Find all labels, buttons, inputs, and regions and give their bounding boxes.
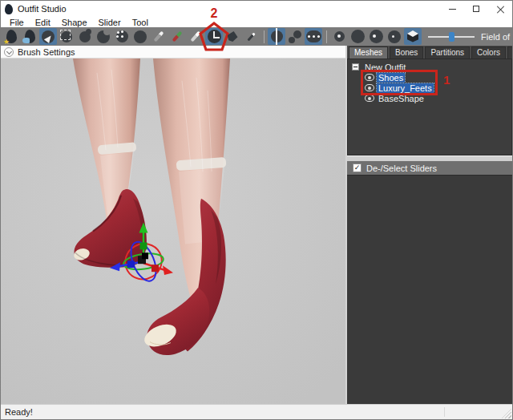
mesh-item[interactable]: BaseShape — [348, 93, 511, 103]
menu-item[interactable]: Tool — [127, 18, 154, 27]
select-brush-icon[interactable]: 2 — [39, 28, 57, 45]
statusbar: Ready! — [1, 404, 512, 419]
solid-display-icon[interactable]: 2 — [349, 28, 366, 45]
maximize-icon — [473, 6, 479, 12]
vertex-pen-icon[interactable]: 2 — [242, 28, 260, 45]
mesh-item[interactable]: Shoes — [348, 72, 511, 83]
annotation-label-1: 1 — [443, 73, 450, 87]
panel-tabs: MeshesBonesPartitionsColorsLights — [347, 46, 512, 59]
overlay-display-icon[interactable]: 2 — [386, 28, 403, 45]
right-panel: MeshesBonesPartitionsColorsLights New Ou… — [345, 46, 512, 404]
color-brush-icon[interactable]: 2 — [168, 28, 186, 45]
fov-slider[interactable] — [428, 31, 475, 42]
tab[interactable]: Lights — [507, 46, 513, 59]
toolbar-separator[interactable]: 2 — [261, 28, 267, 45]
close-button[interactable] — [488, 1, 512, 17]
smooth-brush-icon[interactable]: 2 — [131, 28, 149, 45]
minimize-button[interactable] — [440, 1, 464, 17]
brush-settings-bar[interactable]: Brush Settings — [1, 46, 345, 59]
tree-root-label: New Outfit — [363, 63, 407, 72]
load-reference-icon[interactable]: 2 — [21, 28, 38, 45]
window-controls — [440, 1, 512, 17]
status-text: Ready! — [5, 407, 33, 417]
tab[interactable]: Bones — [390, 46, 423, 59]
app-icon — [5, 4, 13, 14]
visibility-eye-icon[interactable] — [365, 84, 374, 91]
viewport-3d[interactable] — [1, 59, 345, 404]
annotation-label-2: 2 — [205, 6, 223, 21]
move-brush-icon[interactable]: 2 — [113, 28, 131, 45]
flatten-brush-icon[interactable]: 2 — [224, 28, 241, 45]
main-area: Brush Settings — [1, 46, 512, 404]
texture-display-icon[interactable]: 2 — [404, 28, 422, 45]
weight-brush-icon[interactable]: 2 — [150, 28, 168, 45]
resize-grip-icon[interactable] — [502, 409, 511, 418]
menu-item[interactable]: Slider — [93, 18, 127, 27]
sliders-header-label: De-/Select Sliders — [366, 164, 437, 173]
tree-root-new-outfit[interactable]: New Outfit — [348, 62, 511, 72]
mask-brush-icon[interactable]: 2 — [58, 28, 75, 45]
maximize-button[interactable] — [464, 1, 488, 17]
visibility-eye-icon[interactable] — [365, 95, 374, 102]
toolbar: 2 2 2 2 — [1, 27, 512, 46]
window-title: Outfit Studio — [18, 4, 67, 14]
tab[interactable]: Colors — [471, 46, 506, 59]
brush-collision-toggle-icon[interactable]: 2 — [305, 28, 322, 45]
chevron-down-icon — [4, 47, 14, 57]
outfit-studio-window: Outfit Studio FileEditShapeSliderTool 2 — [0, 0, 513, 420]
select-sliders-checkbox[interactable] — [353, 164, 362, 172]
connected-only-toggle-icon[interactable]: 2 — [286, 28, 304, 45]
panel-splitter[interactable] — [347, 155, 512, 161]
menu-item[interactable]: File — [4, 18, 30, 27]
transform-tool-icon[interactable]: 2 — [205, 28, 223, 45]
sliders-list — [347, 175, 512, 404]
brush-settings-label: Brush Settings — [18, 47, 75, 57]
tab[interactable]: Partitions — [425, 46, 470, 59]
status-divider — [444, 407, 445, 417]
viewport-panel: Brush Settings — [1, 46, 345, 404]
mesh-item[interactable]: Luxury_Feets — [348, 83, 511, 93]
fov-slider-handle[interactable] — [449, 32, 454, 42]
load-project-icon[interactable]: 2 — [2, 28, 20, 45]
segment-display-icon[interactable]: 2 — [367, 28, 385, 45]
toolbar-separator[interactable]: 2 — [323, 28, 329, 45]
visibility-eye-icon[interactable] — [365, 74, 374, 81]
deflate-brush-icon[interactable]: 2 — [95, 28, 112, 45]
close-icon — [497, 6, 504, 13]
menubar: FileEditShapeSliderTool — [1, 17, 512, 27]
collapse-icon[interactable] — [352, 63, 359, 71]
x-mirror-toggle-icon[interactable]: 2 — [268, 28, 285, 45]
meshes-tree: New Outfit Shoes Luxury_Feets BaseShape — [347, 59, 512, 155]
minimize-icon — [449, 9, 456, 10]
fov-group: Field of View: 65 — [428, 31, 513, 42]
menu-item[interactable]: Shape — [56, 18, 93, 27]
titlebar: Outfit Studio — [1, 1, 512, 17]
inflate-brush-icon[interactable]: 2 — [76, 28, 94, 45]
sliders-header: De-/Select Sliders — [347, 161, 512, 175]
tab[interactable]: Meshes — [349, 46, 388, 59]
menu-item[interactable]: Edit — [30, 18, 56, 27]
vertex-display-icon[interactable]: 2 — [330, 28, 348, 45]
alpha-brush-icon[interactable]: 2 — [187, 28, 204, 45]
fov-label: Field of View: 65 — [481, 32, 513, 42]
